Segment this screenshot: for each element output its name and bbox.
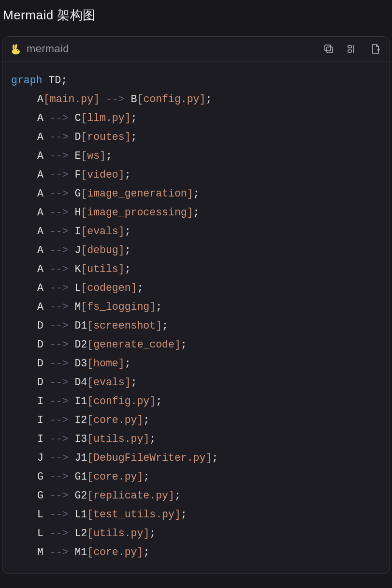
token-br: [ (81, 112, 87, 124)
token-br: [ (87, 339, 93, 350)
token-br: [ (81, 282, 87, 294)
token-plain: ; (125, 358, 131, 369)
copy-icon[interactable] (323, 43, 334, 55)
token-arrow: --> (50, 207, 69, 218)
token-plain: ; (181, 509, 187, 520)
token-arrow: --> (50, 188, 69, 199)
token-br: ] (118, 226, 125, 237)
token-str: video (87, 169, 118, 181)
token-br: [ (81, 150, 87, 162)
token-plain: ; (131, 131, 137, 143)
code-line: A --> G[image_generation]; (11, 184, 381, 203)
token-br: ] (137, 414, 143, 426)
token-str: config.py (93, 395, 149, 407)
token-arrow: --> (50, 490, 69, 501)
token-plain: A (37, 207, 50, 218)
token-plain: D4 (69, 377, 87, 388)
token-space (100, 93, 106, 105)
token-plain: ; (149, 433, 156, 445)
token-arrow: --> (50, 546, 69, 558)
token-plain: A (37, 188, 50, 199)
header-left: mermaid (9, 43, 69, 55)
token-plain: D (69, 131, 81, 143)
token-plain: H (69, 207, 81, 218)
token-arrow: --> (50, 452, 69, 464)
token-str: DebugFileWriter.py (93, 452, 205, 464)
token-br: ] (125, 112, 131, 124)
new-file-icon[interactable] (369, 43, 381, 55)
code-line: L --> L1[test_utils.py]; (11, 505, 381, 524)
token-arrow: --> (50, 471, 69, 482)
token-arrow: --> (50, 169, 69, 181)
token-plain: D3 (69, 358, 87, 369)
token-br: [ (87, 528, 93, 539)
token-plain: A (37, 301, 50, 313)
token-arrow: --> (50, 301, 69, 313)
token-arrow: --> (50, 339, 69, 350)
token-br: ] (149, 395, 156, 407)
token-plain: ; (156, 395, 162, 407)
token-br: [ (81, 301, 87, 313)
token-plain: I (69, 226, 81, 237)
token-plain: M (69, 301, 81, 313)
token-plain: I2 (69, 414, 87, 426)
code-line: A --> K[utils]; (11, 260, 381, 279)
token-plain: G (69, 188, 81, 199)
token-plain: J (37, 452, 50, 464)
rabbit-icon (9, 43, 22, 55)
token-plain: ; (131, 112, 137, 124)
svg-point-1 (17, 50, 18, 51)
token-arrow: --> (50, 395, 69, 407)
token-plain: ; (137, 282, 143, 294)
token-plain: J (69, 244, 81, 256)
code-body[interactable]: graph TD;A[main.py] --> B[config.py];A -… (2, 61, 390, 573)
token-plain: ; (181, 339, 187, 350)
token-plain: ; (149, 528, 156, 539)
token-plain: D (37, 339, 50, 350)
token-plain: ; (131, 377, 137, 388)
token-br: ] (118, 263, 125, 275)
token-plain: D (37, 320, 50, 332)
token-br: [ (81, 169, 87, 181)
token-br: [ (87, 395, 93, 407)
token-plain: K (69, 263, 81, 275)
token-br: [ (87, 471, 93, 482)
code-line: D --> D2[generate_code]; (11, 335, 381, 354)
token-str: home (93, 358, 118, 369)
token-plain: I (37, 433, 50, 445)
token-plain: ; (125, 244, 131, 256)
token-br: ] (174, 339, 181, 350)
token-arrow: --> (50, 509, 69, 520)
token-str: evals (93, 377, 125, 388)
token-str: llm.py (87, 112, 124, 124)
token-str: core.py (93, 414, 137, 426)
token-br: [ (44, 93, 50, 105)
code-panel-header: mermaid (2, 37, 390, 61)
token-plain: G (37, 471, 50, 482)
code-line: A --> F[video]; (11, 166, 381, 184)
token-br: ] (118, 244, 125, 256)
token-br: [ (87, 546, 93, 558)
svg-rect-5 (348, 50, 351, 52)
token-plain: A (37, 131, 50, 143)
align-icon[interactable] (346, 43, 358, 55)
token-plain: A (37, 112, 50, 124)
token-br: [ (81, 207, 87, 218)
token-arrow: --> (50, 244, 69, 256)
token-plain: ; (106, 150, 112, 162)
token-br: ] (200, 93, 206, 105)
token-plain: ; (125, 263, 131, 275)
token-plain: G2 (69, 490, 87, 501)
token-br: ] (187, 207, 193, 218)
token-str: image_processing (87, 207, 187, 218)
token-plain: ; (143, 414, 149, 426)
token-str: debug (87, 244, 118, 256)
token-plain: I (37, 414, 50, 426)
token-plain: A (37, 169, 50, 181)
token-br: ] (125, 377, 131, 388)
token-arrow: --> (50, 320, 69, 332)
token-plain: ; (125, 226, 131, 237)
code-line: A --> D[routes]; (11, 128, 381, 147)
token-br: [ (87, 320, 93, 332)
token-br: ] (118, 169, 125, 181)
